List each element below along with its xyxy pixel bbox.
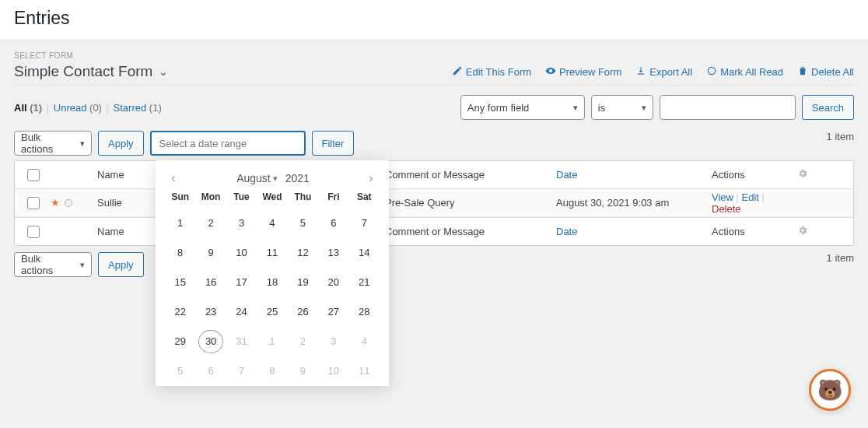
delete-all-link[interactable]: Delete All — [797, 65, 854, 79]
select-form-label: SELECT FORM — [14, 51, 854, 60]
tab-all[interactable]: All (1) — [14, 102, 42, 114]
calendar-day[interactable]: 11 — [352, 360, 376, 383]
row-comment: Pre-Sale Query — [380, 197, 551, 209]
status-tabs: All (1) | Unread (0) | Starred (1) — [14, 102, 162, 114]
select-all-checkbox[interactable] — [27, 169, 40, 181]
search-row: Any form field ▾ is ▾ Search — [460, 95, 854, 120]
calendar-dow: Sat — [349, 191, 380, 205]
col-date[interactable]: Date — [551, 169, 707, 181]
calendar-day[interactable]: 5 — [290, 212, 315, 235]
calendar-day[interactable]: 23 — [198, 300, 223, 324]
calendar-day[interactable]: 2 — [290, 330, 315, 353]
calendar-day[interactable]: 7 — [229, 360, 254, 383]
calendar-day[interactable]: 9 — [198, 241, 223, 265]
filter-button[interactable]: Filter — [312, 131, 355, 156]
bulk-actions-select[interactable]: Bulk actions ▾ — [14, 131, 92, 156]
calendar-day[interactable]: 5 — [168, 360, 193, 383]
star-icon[interactable]: ★ — [51, 197, 60, 209]
search-button[interactable]: Search — [802, 95, 854, 120]
help-beacon[interactable]: 🐻 — [809, 369, 851, 411]
select-all-checkbox-bottom[interactable] — [27, 226, 40, 238]
table-row[interactable]: ★ Sullie Pre-Sale Query August 30, 2021 … — [15, 189, 853, 217]
calendar-day[interactable]: 9 — [290, 360, 315, 383]
export-all-link[interactable]: Export All — [635, 65, 692, 79]
page-header: Entries — [0, 0, 868, 40]
mark-all-read-label: Mark All Read — [720, 66, 783, 78]
calendar-day[interactable]: 27 — [321, 300, 346, 324]
svg-point-0 — [708, 67, 715, 74]
tab-unread[interactable]: Unread (0) — [54, 102, 102, 114]
edit-link[interactable]: Edit — [742, 191, 759, 203]
calendar-day[interactable]: 26 — [290, 300, 315, 324]
row-checkbox[interactable] — [27, 197, 40, 209]
col-date-foot[interactable]: Date — [551, 226, 707, 237]
view-link[interactable]: View — [712, 191, 733, 203]
calendar-day[interactable]: 22 — [168, 300, 193, 324]
row-date: August 30, 2021 9:03 am — [551, 197, 707, 209]
entries-table: Name Comment or Message Date Actions ★ S… — [14, 160, 854, 246]
calendar-day[interactable]: 4 — [260, 212, 285, 235]
calendar-day[interactable]: 30 — [198, 330, 223, 353]
calendar-day[interactable]: 17 — [229, 271, 254, 294]
calendar-day[interactable]: 4 — [352, 330, 376, 353]
col-actions-foot: Actions — [707, 226, 793, 237]
edit-form-link[interactable]: Edit This Form — [452, 65, 531, 79]
circle-icon — [706, 65, 717, 79]
gear-icon[interactable] — [797, 226, 808, 238]
bulk-left: Bulk actions ▾ Apply Filter — [14, 131, 354, 156]
calendar-day[interactable]: 3 — [321, 330, 346, 353]
preview-form-label: Preview Form — [559, 66, 621, 78]
gear-icon[interactable] — [797, 170, 808, 181]
calendar-day[interactable]: 10 — [321, 360, 346, 383]
bulk-actions-select-bottom[interactable]: Bulk actions ▾ — [14, 252, 92, 277]
calendar-day[interactable]: 14 — [352, 241, 376, 265]
date-picker-popup: ‹ August ▾ 2021 › SunMonTueWedThuFriSat1… — [156, 160, 389, 386]
calendar-day[interactable]: 3 — [229, 212, 254, 235]
calendar-day[interactable]: 10 — [229, 241, 254, 265]
calendar-day[interactable]: 8 — [260, 360, 285, 383]
calendar-day[interactable]: 6 — [321, 212, 346, 235]
col-comment-foot: Comment or Message — [380, 226, 551, 237]
calendar-year-label: 2021 — [285, 172, 310, 184]
calendar-day[interactable]: 28 — [352, 300, 376, 324]
date-range-input[interactable] — [150, 131, 306, 156]
calendar-day[interactable]: 13 — [321, 241, 346, 265]
calendar-prev-icon[interactable]: ‹ — [166, 171, 180, 185]
search-field-select[interactable]: Any form field ▾ — [460, 95, 585, 120]
calendar-next-icon[interactable]: › — [364, 171, 378, 185]
search-value-input[interactable] — [660, 95, 796, 120]
tab-starred[interactable]: Starred (1) — [114, 102, 162, 114]
read-status-icon[interactable] — [65, 199, 72, 207]
calendar-day[interactable]: 2 — [198, 212, 223, 235]
chevron-down-icon: ▾ — [642, 103, 646, 113]
calendar-day[interactable]: 19 — [290, 271, 315, 294]
calendar-day[interactable]: 21 — [352, 271, 376, 294]
calendar-day[interactable]: 7 — [352, 212, 376, 235]
calendar-day[interactable]: 24 — [229, 300, 254, 324]
calendar-day[interactable]: 11 — [260, 241, 285, 265]
item-count-bottom: 1 item — [827, 252, 854, 264]
calendar-day[interactable]: 12 — [290, 241, 315, 265]
calendar-day[interactable]: 31 — [229, 330, 254, 353]
calendar-day[interactable]: 8 — [168, 241, 193, 265]
bulk-apply-button[interactable]: Apply — [98, 131, 144, 156]
bulk-apply-button-bottom[interactable]: Apply — [98, 252, 144, 277]
mark-all-read-link[interactable]: Mark All Read — [706, 65, 783, 79]
calendar-day[interactable]: 6 — [198, 360, 223, 383]
chevron-down-icon: ▾ — [273, 174, 278, 184]
chevron-down-icon: ⌄ — [159, 65, 168, 78]
col-comment: Comment or Message — [380, 169, 551, 181]
calendar-day[interactable]: 1 — [168, 212, 193, 235]
calendar-day[interactable]: 18 — [260, 271, 285, 294]
calendar-day[interactable]: 25 — [260, 300, 285, 324]
delete-link[interactable]: Delete — [712, 203, 741, 215]
calendar-day[interactable]: 20 — [321, 271, 346, 294]
preview-form-link[interactable]: Preview Form — [545, 65, 621, 79]
calendar-day[interactable]: 15 — [168, 271, 193, 294]
calendar-month-select[interactable]: August ▾ — [235, 172, 279, 184]
search-operator-select[interactable]: is ▾ — [591, 95, 653, 120]
calendar-day[interactable]: 16 — [198, 271, 223, 294]
form-selector[interactable]: Simple Contact Form ⌄ — [14, 63, 168, 80]
calendar-day[interactable]: 29 — [168, 330, 193, 353]
calendar-day[interactable]: 1 — [260, 330, 285, 353]
